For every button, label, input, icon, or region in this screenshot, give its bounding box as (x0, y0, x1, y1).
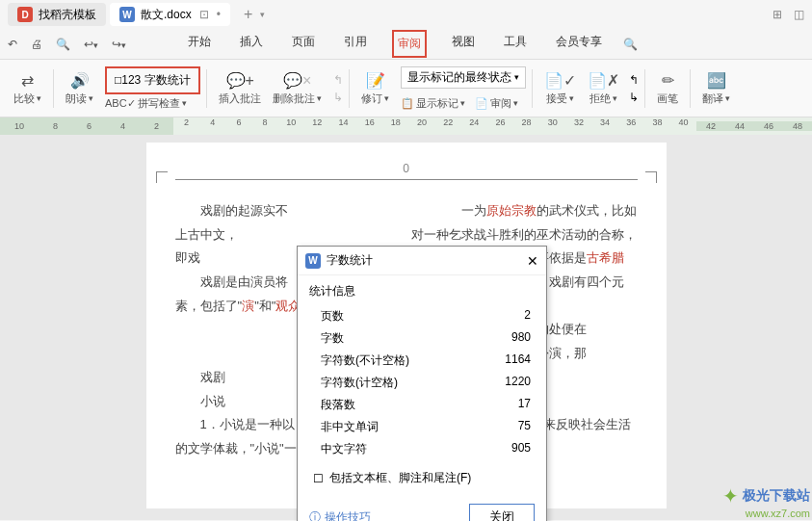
reject-button[interactable]: 📄✗ 拒绝▾ (582, 69, 625, 108)
back-icon[interactable]: ↶ (8, 38, 17, 51)
star-icon: ✦ (722, 484, 739, 508)
ruler: 108642 246810121416182022242628303234363… (0, 117, 812, 135)
menu-page[interactable]: 页面 (288, 30, 319, 58)
prev-comment-icon[interactable]: ↰ (333, 73, 343, 87)
close-button[interactable]: 关闭 (469, 504, 535, 521)
checkbox-icon: ☐ (313, 472, 324, 485)
tab-expand-icon[interactable]: ⊡ (199, 8, 209, 21)
speaker-icon: 🔊 (70, 71, 90, 90)
menu-review[interactable]: 审阅 (392, 30, 427, 58)
stat-row-words: 字数980 (309, 327, 535, 350)
include-textbox-checkbox[interactable]: ☐ 包括文本框、脚注和尾注(F) (309, 470, 535, 486)
tips-link[interactable]: ⓘ 操作技巧 (309, 509, 371, 522)
info-icon: ⓘ (309, 509, 321, 522)
translate-icon: 🔤 (707, 71, 726, 90)
watermark: ✦ 极光下载站 www.xz7.com (722, 484, 810, 519)
pen-icon: ✏ (662, 71, 674, 90)
stats-header: 统计信息 (309, 283, 535, 300)
print-icon[interactable]: 🖨 (31, 38, 42, 51)
tab-template[interactable]: D 找稻壳模板 (8, 3, 106, 26)
prev-change-icon[interactable]: ↰ (629, 73, 639, 87)
translate-button[interactable]: 🔤 翻译▾ (696, 69, 736, 108)
reject-icon: 📄✗ (588, 71, 619, 90)
chevron-down-icon: ▾ (514, 72, 519, 82)
accept-icon: 📄✓ (544, 71, 576, 90)
menu-tools[interactable]: 工具 (500, 30, 531, 58)
stat-row-paragraphs: 段落数17 (309, 394, 535, 416)
undo-icon[interactable]: ↩▾ (84, 38, 98, 51)
tab-label: 散文.docx (141, 7, 192, 23)
titlebar: D 找稻壳模板 W 散文.docx ⊡ • + ▾ ⊞ ◫ (0, 0, 812, 29)
tab-label: 找稻壳模板 (39, 7, 96, 23)
page-number: 0 (175, 162, 638, 180)
review-pane-button[interactable]: 📄 审阅▾ (475, 96, 518, 111)
cube-icon[interactable]: ◫ (794, 8, 804, 21)
compare-button[interactable]: ⇄ 比较▾ (8, 69, 47, 108)
wordcount-icon: □123 (115, 73, 141, 87)
stat-row-nonchinese: 非中文单词75 (309, 416, 535, 438)
accept-button[interactable]: 📄✓ 接受▾ (538, 69, 582, 108)
tab-menu-icon[interactable]: ▾ (260, 10, 265, 19)
revise-icon: 📝 (366, 71, 385, 90)
markup-state-dropdown[interactable]: 显示标记的最终状态 ▾ (401, 66, 526, 89)
pen-button[interactable]: ✏ 画笔 (651, 69, 684, 108)
delete-comment-button[interactable]: 💬× 删除批注▾ (267, 69, 327, 108)
word-icon: W (305, 253, 321, 269)
comment-add-icon: 💬+ (226, 71, 254, 90)
dialog-titlebar[interactable]: W 字数统计 ✕ (298, 247, 546, 275)
revise-button[interactable]: 📝 修订▾ (355, 69, 395, 108)
panel-icon[interactable]: ⊞ (773, 8, 782, 21)
stat-row-pages: 页数2 (309, 305, 535, 327)
wordcount-button[interactable]: □123 字数统计 (105, 66, 200, 94)
insert-comment-button[interactable]: 💬+ 插入批注 (213, 69, 267, 108)
show-markup-button[interactable]: 📋 显示标记▾ (401, 96, 465, 111)
menu-view[interactable]: 视图 (448, 30, 479, 58)
menu-start[interactable]: 开始 (184, 30, 215, 58)
next-comment-icon[interactable]: ↳ (333, 91, 343, 104)
menu-insert[interactable]: 插入 (236, 30, 267, 58)
read-button[interactable]: 🔊 朗读▾ (60, 69, 99, 108)
close-icon[interactable]: ✕ (527, 253, 538, 269)
redo-icon[interactable]: ↪▾ (112, 38, 126, 51)
ribbon: ⇄ 比较▾ 🔊 朗读▾ □123 字数统计 ABC✓ 拼写检查▾ 💬+ 插入批注… (0, 60, 812, 117)
word-icon: W (119, 7, 135, 22)
menu-member[interactable]: 会员专享 (552, 30, 606, 58)
tab-document[interactable]: W 散文.docx ⊡ • (110, 3, 230, 26)
new-tab-button[interactable]: + (244, 6, 252, 23)
stat-row-chinese: 中文字符905 (309, 438, 535, 460)
comment-delete-icon: 💬× (283, 71, 311, 90)
preview-icon[interactable]: 🔍 (56, 38, 70, 51)
stat-row-chars-nospace: 字符数(不计空格)1164 (309, 350, 535, 372)
wordcount-dialog: W 字数统计 ✕ 统计信息 页数2 字数980 字符数(不计空格)1164 字符… (297, 246, 547, 521)
search-icon[interactable]: 🔍 (623, 38, 638, 51)
menubar: ↶ 🖨 🔍 ↩▾ ↪▾ 开始 插入 页面 引用 审阅 视图 工具 会员专享 🔍 (0, 29, 812, 60)
compare-icon: ⇄ (21, 71, 34, 90)
menu-reference[interactable]: 引用 (340, 30, 371, 58)
spellcheck-button[interactable]: ABC✓ 拼写检查▾ (105, 96, 200, 111)
dialog-title-text: 字数统计 (327, 252, 373, 269)
spellcheck-icon: ABC✓ (105, 97, 136, 110)
template-icon: D (17, 7, 33, 22)
next-change-icon[interactable]: ↳ (629, 91, 639, 104)
tab-dot-icon[interactable]: • (217, 8, 221, 21)
stat-row-chars-space: 字符数(计空格)1220 (309, 372, 535, 394)
